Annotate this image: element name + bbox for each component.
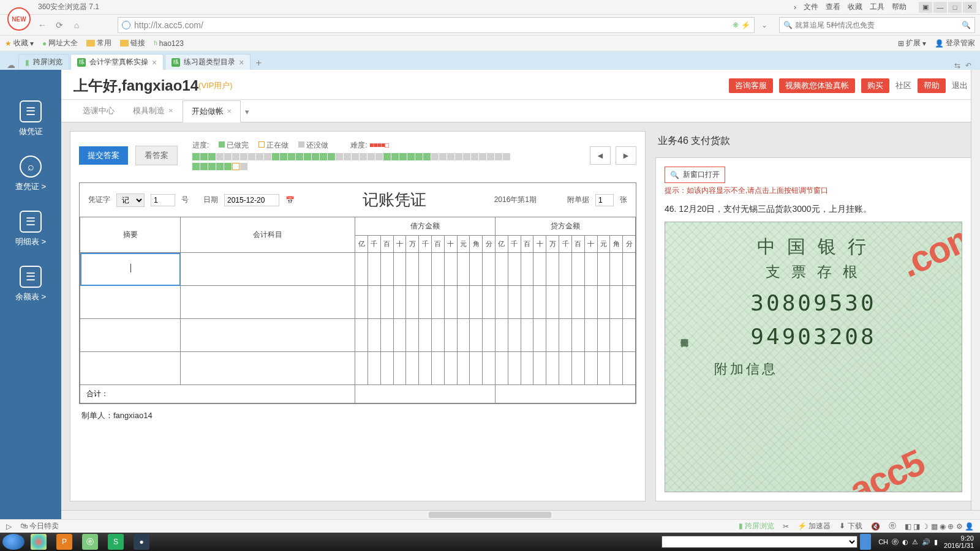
amount-cell[interactable] — [368, 352, 380, 385]
sidebar-balance[interactable]: ☰ 余额表 > — [15, 266, 46, 302]
progress-cell[interactable] — [471, 153, 478, 160]
amount-cell[interactable] — [431, 319, 444, 352]
amount-cell[interactable] — [533, 253, 546, 286]
progress-cell[interactable] — [272, 153, 279, 160]
progress-cell[interactable] — [503, 153, 510, 160]
progress-cell[interactable] — [447, 153, 454, 160]
progress-cell[interactable] — [208, 163, 216, 170]
progress-cell[interactable] — [264, 153, 271, 160]
amount-cell[interactable] — [571, 253, 584, 286]
subject-cell[interactable] — [181, 352, 355, 385]
bookmark-links[interactable]: 链接 — [120, 38, 145, 48]
amount-cell[interactable] — [597, 286, 610, 319]
menu-view[interactable]: 查看 — [826, 2, 840, 12]
amount-cell[interactable] — [444, 253, 457, 286]
progress-cell[interactable] — [423, 153, 431, 160]
search-box[interactable]: 🔍 🔍 — [779, 17, 975, 33]
amount-cell[interactable] — [584, 319, 597, 352]
url-dropdown[interactable]: ⌄ — [758, 21, 771, 29]
download[interactable]: ⬇ 下载 — [839, 521, 862, 531]
progress-cell[interactable] — [328, 153, 335, 160]
date-input[interactable] — [224, 194, 279, 206]
attach-input[interactable] — [595, 194, 614, 206]
progress-cell[interactable] — [200, 153, 208, 160]
progress-cell[interactable] — [304, 153, 311, 160]
help-button[interactable]: 帮助 — [918, 78, 946, 93]
amount-cell[interactable] — [406, 352, 419, 385]
amount-cell[interactable] — [584, 253, 597, 286]
tab-accounting[interactable]: 练 会计学堂真帐实操 × — [70, 54, 164, 70]
amount-cell[interactable] — [393, 352, 406, 385]
amount-cell[interactable] — [521, 253, 533, 286]
tab-course-center[interactable]: 选课中心 — [74, 100, 124, 122]
amount-cell[interactable] — [406, 319, 419, 352]
amount-cell[interactable] — [444, 352, 457, 385]
amount-cell[interactable] — [368, 253, 380, 286]
progress-cell[interactable] — [216, 153, 224, 160]
voucher-num-input[interactable] — [151, 194, 175, 206]
amount-cell[interactable] — [483, 286, 496, 319]
close-icon[interactable]: × — [168, 106, 173, 115]
tab-dropdown[interactable]: ▾ — [241, 102, 254, 122]
buy-button[interactable]: 购买 — [861, 78, 889, 93]
ime-indicator[interactable]: CH — [878, 538, 888, 545]
progress-grid-row[interactable] — [192, 163, 510, 170]
amount-cell[interactable] — [546, 352, 559, 385]
amount-cell[interactable] — [597, 253, 610, 286]
progress-cell[interactable] — [487, 153, 494, 160]
progress-cell[interactable] — [463, 153, 470, 160]
progress-cell[interactable] — [216, 163, 224, 170]
taskbar-input[interactable] — [662, 536, 858, 548]
progress-cell[interactable] — [192, 153, 200, 160]
amount-cell[interactable] — [368, 319, 380, 352]
progress-cell[interactable] — [344, 153, 351, 160]
amount-cell[interactable] — [431, 352, 444, 385]
close-button[interactable]: ✕ — [963, 2, 976, 13]
amount-cell[interactable] — [431, 253, 444, 286]
amount-cell[interactable] — [559, 286, 572, 319]
amount-cell[interactable] — [610, 352, 623, 385]
amount-cell[interactable] — [521, 319, 533, 352]
amount-cell[interactable] — [380, 253, 393, 286]
scrollbar-vertical[interactable] — [971, 122, 980, 510]
bookmark-common[interactable]: 常用 — [86, 38, 111, 48]
amount-cell[interactable] — [533, 352, 546, 385]
subject-cell[interactable] — [181, 319, 355, 352]
maximize-button[interactable]: □ — [948, 2, 962, 13]
calendar-icon[interactable]: 📅 — [285, 196, 295, 204]
bookmark-sites[interactable]: ●网址大全 — [42, 38, 78, 48]
amount-cell[interactable] — [393, 319, 406, 352]
amount-cell[interactable] — [355, 352, 368, 385]
tab-start-accounting[interactable]: 开始做帐× — [183, 100, 241, 122]
amount-cell[interactable] — [444, 319, 457, 352]
skin-icon[interactable]: ▣ — [919, 2, 932, 13]
amount-cell[interactable] — [546, 319, 559, 352]
amount-cell[interactable] — [496, 286, 508, 319]
taskbar-go[interactable] — [860, 534, 871, 550]
amount-cell[interactable] — [470, 319, 483, 352]
amount-cell[interactable] — [559, 253, 572, 286]
clock[interactable]: 9:20 2016/1/31 — [940, 534, 978, 549]
amount-cell[interactable] — [431, 286, 444, 319]
login-manager-button[interactable]: 👤登录管家 — [935, 38, 975, 48]
menu-file[interactable]: 文件 — [804, 2, 818, 12]
amount-cell[interactable] — [406, 286, 419, 319]
url-input[interactable]: http://lx.acc5.com/ ❋ ⚡ — [118, 17, 755, 33]
new-tab-button[interactable]: + — [252, 56, 265, 70]
amount-cell[interactable] — [496, 352, 508, 385]
progress-cell[interactable] — [288, 153, 295, 160]
progress-cell[interactable] — [479, 153, 486, 160]
amount-cell[interactable] — [444, 286, 457, 319]
progress-cell[interactable] — [224, 153, 232, 160]
amount-cell[interactable] — [457, 286, 470, 319]
amount-cell[interactable] — [470, 253, 483, 286]
progress-cell[interactable] — [256, 153, 263, 160]
amount-cell[interactable] — [559, 352, 572, 385]
extensions-button[interactable]: ⊞扩展 ▾ — [898, 38, 926, 48]
progress-cell[interactable] — [240, 163, 247, 170]
tray-icon[interactable]: ◐ — [902, 538, 908, 546]
amount-cell[interactable] — [571, 352, 584, 385]
amount-cell[interactable] — [419, 319, 432, 352]
summary-cell[interactable] — [80, 286, 181, 319]
amount-cell[interactable] — [457, 319, 470, 352]
